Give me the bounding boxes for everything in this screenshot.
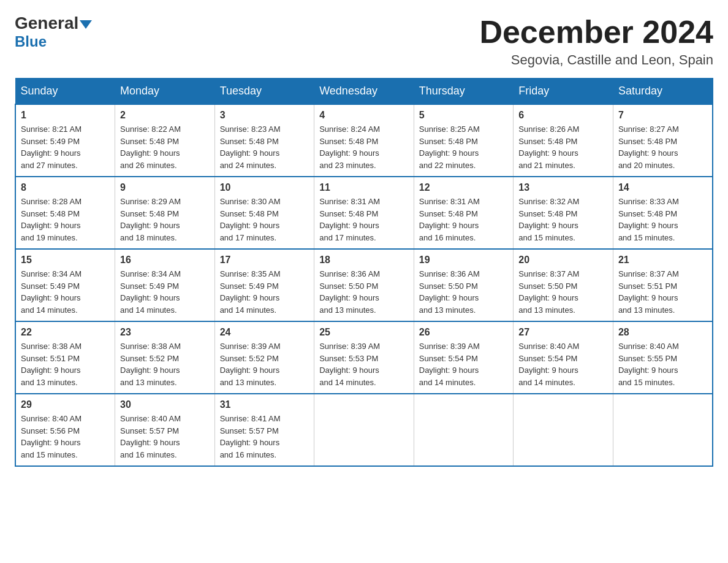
calendar-day-10: 10Sunrise: 8:30 AMSunset: 5:48 PMDayligh…	[214, 177, 314, 249]
header-friday: Friday	[514, 79, 613, 105]
day-number: 18	[319, 255, 409, 266]
day-info: Sunrise: 8:29 AMSunset: 5:48 PMDaylight:…	[120, 196, 210, 243]
calendar-day-27: 27Sunrise: 8:40 AMSunset: 5:54 PMDayligh…	[514, 321, 613, 394]
calendar-week-3: 15Sunrise: 8:34 AMSunset: 5:49 PMDayligh…	[15, 249, 713, 321]
day-info: Sunrise: 8:21 AMSunset: 5:49 PMDaylight:…	[21, 123, 110, 171]
calendar-day-21: 21Sunrise: 8:37 AMSunset: 5:51 PMDayligh…	[613, 249, 713, 321]
header-wednesday: Wednesday	[314, 79, 414, 105]
day-info: Sunrise: 8:36 AMSunset: 5:50 PMDaylight:…	[419, 268, 509, 316]
day-number: 2	[120, 110, 210, 121]
logo-blue: Blue	[15, 33, 47, 50]
day-number: 17	[220, 255, 309, 266]
logo-triangle-icon	[80, 20, 92, 29]
day-number: 10	[220, 182, 309, 193]
calendar-table: SundayMondayTuesdayWednesdayThursdayFrid…	[15, 78, 713, 467]
day-number: 29	[21, 399, 110, 410]
day-number: 6	[518, 110, 608, 121]
day-number: 23	[120, 327, 210, 338]
day-number: 14	[618, 182, 707, 193]
day-number: 24	[220, 327, 309, 338]
day-info: Sunrise: 8:38 AMSunset: 5:51 PMDaylight:…	[21, 340, 110, 388]
day-info: Sunrise: 8:26 AMSunset: 5:48 PMDaylight:…	[518, 123, 608, 171]
day-number: 20	[518, 255, 608, 266]
calendar-day-11: 11Sunrise: 8:31 AMSunset: 5:48 PMDayligh…	[314, 177, 414, 249]
header-thursday: Thursday	[414, 79, 514, 105]
day-number: 22	[21, 327, 110, 338]
calendar-day-31: 31Sunrise: 8:41 AMSunset: 5:57 PMDayligh…	[214, 394, 314, 466]
day-info: Sunrise: 8:23 AMSunset: 5:48 PMDaylight:…	[220, 123, 309, 171]
day-number: 9	[120, 182, 210, 193]
calendar-day-3: 3Sunrise: 8:23 AMSunset: 5:48 PMDaylight…	[214, 104, 314, 177]
day-info: Sunrise: 8:39 AMSunset: 5:54 PMDaylight:…	[419, 340, 509, 388]
day-info: Sunrise: 8:24 AMSunset: 5:48 PMDaylight:…	[319, 123, 409, 171]
day-info: Sunrise: 8:41 AMSunset: 5:57 PMDaylight:…	[220, 413, 309, 461]
calendar-week-1: 1Sunrise: 8:21 AMSunset: 5:49 PMDaylight…	[15, 104, 713, 177]
day-number: 13	[518, 182, 608, 193]
page-header: General Blue December 2024 Segovia, Cast…	[15, 15, 713, 68]
calendar-day-26: 26Sunrise: 8:39 AMSunset: 5:54 PMDayligh…	[414, 321, 514, 394]
day-info: Sunrise: 8:39 AMSunset: 5:53 PMDaylight:…	[319, 340, 409, 388]
day-number: 1	[21, 110, 110, 121]
calendar-day-4: 4Sunrise: 8:24 AMSunset: 5:48 PMDaylight…	[314, 104, 414, 177]
day-info: Sunrise: 8:28 AMSunset: 5:48 PMDaylight:…	[21, 196, 110, 243]
day-info: Sunrise: 8:35 AMSunset: 5:49 PMDaylight:…	[220, 268, 309, 316]
calendar-title: December 2024	[479, 15, 713, 50]
calendar-day-19: 19Sunrise: 8:36 AMSunset: 5:50 PMDayligh…	[414, 249, 514, 321]
day-number: 25	[319, 327, 409, 338]
day-number: 3	[220, 110, 309, 121]
header-tuesday: Tuesday	[214, 79, 314, 105]
day-info: Sunrise: 8:27 AMSunset: 5:48 PMDaylight:…	[618, 123, 707, 171]
calendar-day-1: 1Sunrise: 8:21 AMSunset: 5:49 PMDaylight…	[15, 104, 115, 177]
calendar-empty-cell	[514, 394, 613, 466]
day-info: Sunrise: 8:22 AMSunset: 5:48 PMDaylight:…	[120, 123, 210, 171]
calendar-day-25: 25Sunrise: 8:39 AMSunset: 5:53 PMDayligh…	[314, 321, 414, 394]
day-info: Sunrise: 8:25 AMSunset: 5:48 PMDaylight:…	[419, 123, 509, 171]
day-number: 21	[618, 255, 707, 266]
calendar-day-13: 13Sunrise: 8:32 AMSunset: 5:48 PMDayligh…	[514, 177, 613, 249]
calendar-day-2: 2Sunrise: 8:22 AMSunset: 5:48 PMDaylight…	[115, 104, 215, 177]
day-number: 8	[21, 182, 110, 193]
title-block: December 2024 Segovia, Castille and Leon…	[479, 15, 713, 68]
calendar-empty-cell	[314, 394, 414, 466]
calendar-day-30: 30Sunrise: 8:40 AMSunset: 5:57 PMDayligh…	[115, 394, 215, 466]
day-info: Sunrise: 8:40 AMSunset: 5:56 PMDaylight:…	[21, 413, 110, 461]
day-info: Sunrise: 8:36 AMSunset: 5:50 PMDaylight:…	[319, 268, 409, 316]
day-info: Sunrise: 8:40 AMSunset: 5:54 PMDaylight:…	[518, 340, 608, 388]
day-info: Sunrise: 8:34 AMSunset: 5:49 PMDaylight:…	[21, 268, 110, 316]
day-info: Sunrise: 8:31 AMSunset: 5:48 PMDaylight:…	[319, 196, 409, 243]
day-number: 26	[419, 327, 509, 338]
day-info: Sunrise: 8:34 AMSunset: 5:49 PMDaylight:…	[120, 268, 210, 316]
calendar-day-12: 12Sunrise: 8:31 AMSunset: 5:48 PMDayligh…	[414, 177, 514, 249]
day-number: 16	[120, 255, 210, 266]
calendar-day-7: 7Sunrise: 8:27 AMSunset: 5:48 PMDaylight…	[613, 104, 713, 177]
calendar-day-18: 18Sunrise: 8:36 AMSunset: 5:50 PMDayligh…	[314, 249, 414, 321]
day-number: 15	[21, 255, 110, 266]
calendar-day-14: 14Sunrise: 8:33 AMSunset: 5:48 PMDayligh…	[613, 177, 713, 249]
day-number: 27	[518, 327, 608, 338]
day-info: Sunrise: 8:38 AMSunset: 5:52 PMDaylight:…	[120, 340, 210, 388]
day-number: 4	[319, 110, 409, 121]
day-info: Sunrise: 8:30 AMSunset: 5:48 PMDaylight:…	[220, 196, 309, 243]
day-number: 5	[419, 110, 509, 121]
logo: General Blue	[15, 15, 92, 50]
calendar-day-8: 8Sunrise: 8:28 AMSunset: 5:48 PMDaylight…	[15, 177, 115, 249]
header-sunday: Sunday	[15, 79, 115, 105]
day-info: Sunrise: 8:40 AMSunset: 5:57 PMDaylight:…	[120, 413, 210, 461]
calendar-week-2: 8Sunrise: 8:28 AMSunset: 5:48 PMDaylight…	[15, 177, 713, 249]
day-info: Sunrise: 8:31 AMSunset: 5:48 PMDaylight:…	[419, 196, 509, 243]
day-info: Sunrise: 8:40 AMSunset: 5:55 PMDaylight:…	[618, 340, 707, 388]
day-number: 11	[319, 182, 409, 193]
calendar-week-5: 29Sunrise: 8:40 AMSunset: 5:56 PMDayligh…	[15, 394, 713, 466]
calendar-day-22: 22Sunrise: 8:38 AMSunset: 5:51 PMDayligh…	[15, 321, 115, 394]
logo-top: General	[15, 15, 92, 32]
calendar-week-4: 22Sunrise: 8:38 AMSunset: 5:51 PMDayligh…	[15, 321, 713, 394]
calendar-day-6: 6Sunrise: 8:26 AMSunset: 5:48 PMDaylight…	[514, 104, 613, 177]
day-number: 12	[419, 182, 509, 193]
calendar-header-row: SundayMondayTuesdayWednesdayThursdayFrid…	[15, 79, 713, 105]
calendar-day-15: 15Sunrise: 8:34 AMSunset: 5:49 PMDayligh…	[15, 249, 115, 321]
calendar-day-29: 29Sunrise: 8:40 AMSunset: 5:56 PMDayligh…	[15, 394, 115, 466]
calendar-empty-cell	[414, 394, 514, 466]
day-info: Sunrise: 8:37 AMSunset: 5:51 PMDaylight:…	[618, 268, 707, 316]
day-info: Sunrise: 8:39 AMSunset: 5:52 PMDaylight:…	[220, 340, 309, 388]
calendar-day-17: 17Sunrise: 8:35 AMSunset: 5:49 PMDayligh…	[214, 249, 314, 321]
